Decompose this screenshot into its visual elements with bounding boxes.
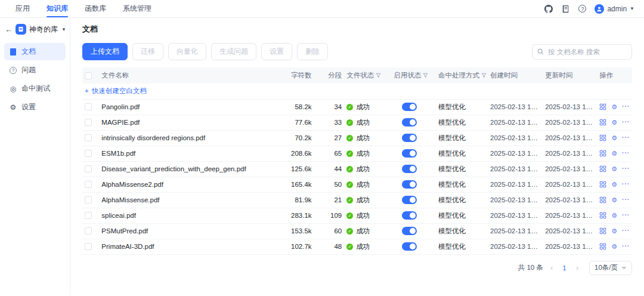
- user-menu[interactable]: admin ▼: [595, 4, 634, 14]
- more-actions-icon[interactable]: ···: [622, 135, 630, 141]
- row-settings-gear-icon[interactable]: ⚙: [611, 243, 617, 250]
- file-name[interactable]: PrimateAI-3D.pdf: [101, 243, 154, 250]
- sidebar-item-label: 设置: [21, 102, 36, 112]
- file-name[interactable]: intrinsically disordered regions.pdf: [101, 134, 205, 141]
- more-actions-icon[interactable]: ···: [622, 181, 630, 187]
- row-settings-gear-icon[interactable]: ⚙: [611, 197, 617, 204]
- enable-toggle[interactable]: [402, 165, 417, 173]
- segments-grid-icon[interactable]: [599, 103, 606, 110]
- sidebar-item-settings[interactable]: ⚙ 设置: [4, 98, 66, 116]
- filter-icon[interactable]: [423, 72, 428, 79]
- row-checkbox[interactable]: [85, 196, 92, 204]
- upload-document-button[interactable]: 上传文档: [82, 43, 128, 60]
- enable-toggle[interactable]: [402, 242, 417, 251]
- enable-toggle[interactable]: [402, 134, 417, 142]
- row-checkbox[interactable]: [85, 243, 92, 250]
- nav-apps[interactable]: 应用: [7, 0, 38, 17]
- sidebar-item-questions[interactable]: ? 问题: [4, 61, 66, 79]
- file-name[interactable]: ESM1b.pdf: [101, 150, 135, 157]
- more-actions-icon[interactable]: ···: [622, 166, 630, 172]
- library-dropdown-icon[interactable]: ▼: [61, 27, 66, 32]
- segments-grid-icon[interactable]: [599, 181, 606, 188]
- vectorize-button[interactable]: 向量化: [168, 43, 206, 60]
- more-actions-icon[interactable]: ···: [622, 119, 630, 125]
- created-time: 2025-02-13 17:23:58: [488, 239, 543, 254]
- nav-knowledge-base[interactable]: 知识库: [38, 0, 76, 17]
- current-page[interactable]: 1: [560, 264, 568, 272]
- enable-toggle[interactable]: [402, 118, 417, 127]
- settings-button[interactable]: 设置: [261, 43, 292, 60]
- next-page-button[interactable]: ›: [574, 263, 581, 272]
- file-name[interactable]: spliceai.pdf: [101, 212, 136, 219]
- quick-create-blank-document-link[interactable]: +快速创建空白文档: [85, 87, 147, 94]
- row-settings-gear-icon[interactable]: ⚙: [611, 119, 617, 126]
- more-actions-icon[interactable]: ···: [622, 150, 630, 156]
- segments-grid-icon[interactable]: [599, 150, 606, 157]
- prev-page-button[interactable]: ‹: [548, 263, 555, 272]
- migrate-button[interactable]: 迁移: [132, 43, 163, 60]
- more-actions-icon[interactable]: ···: [622, 104, 630, 110]
- back-arrow-icon[interactable]: ←: [5, 25, 13, 34]
- enable-toggle[interactable]: [402, 196, 417, 204]
- segments-grid-icon[interactable]: [599, 227, 606, 235]
- row-settings-gear-icon[interactable]: ⚙: [611, 228, 617, 235]
- sidebar-item-hit-test[interactable]: ◎ 命中测试: [4, 80, 66, 97]
- row-settings-gear-icon[interactable]: ⚙: [611, 181, 617, 188]
- segments-grid-icon[interactable]: [599, 134, 606, 141]
- generate-questions-button[interactable]: 生成问题: [211, 43, 256, 60]
- row-checkbox[interactable]: [85, 134, 92, 141]
- row-settings-gear-icon[interactable]: ⚙: [611, 150, 617, 157]
- row-checkbox[interactable]: [85, 150, 92, 157]
- segments-grid-icon[interactable]: [599, 243, 606, 250]
- nav-system-admin[interactable]: 系统管理: [114, 0, 160, 17]
- page-size-select[interactable]: 10条/页: [589, 261, 632, 275]
- segments-grid-icon[interactable]: [599, 196, 606, 204]
- success-check-icon: ✓: [346, 212, 353, 219]
- updated-time: 2025-02-13 17:23:58: [543, 177, 597, 192]
- more-actions-icon[interactable]: ···: [622, 212, 630, 218]
- select-all-checkbox[interactable]: [85, 72, 92, 79]
- documents-table: 文件名称 字符数 分段 文件状态 启用状态 命中处理方式 创建时间 更新时间 操…: [82, 67, 632, 255]
- delete-button[interactable]: 删除: [297, 43, 328, 60]
- row-checkbox[interactable]: [85, 227, 92, 235]
- row-settings-gear-icon[interactable]: ⚙: [611, 212, 617, 219]
- more-actions-icon[interactable]: ···: [622, 243, 630, 249]
- file-status: ✓ 成功: [346, 165, 389, 174]
- updated-time: 2025-02-13 17:23:58: [543, 223, 597, 239]
- more-actions-icon[interactable]: ···: [622, 197, 630, 203]
- github-icon[interactable]: [544, 4, 553, 13]
- nav-function-library[interactable]: 函数库: [76, 0, 114, 17]
- table-row: PSMutPred.pdf 153.5k 60 ✓ 成功 模型优化 2025-0…: [82, 223, 632, 239]
- file-name[interactable]: MAGPIE.pdf: [101, 119, 140, 126]
- file-name[interactable]: AlphaMissense.pdf: [101, 196, 159, 204]
- file-name[interactable]: Pangolin.pdf: [101, 103, 140, 110]
- file-status: ✓ 成功: [346, 196, 389, 205]
- row-checkbox[interactable]: [85, 212, 92, 219]
- filter-icon[interactable]: [376, 72, 381, 79]
- file-name[interactable]: AlphaMissense2.pdf: [101, 181, 163, 188]
- library-name[interactable]: 神奇的库: [29, 24, 58, 35]
- segments-grid-icon[interactable]: [599, 212, 606, 219]
- enable-toggle[interactable]: [402, 180, 417, 189]
- enable-toggle[interactable]: [402, 149, 417, 158]
- file-name[interactable]: Disease_variant_prediction_with_deep_gen…: [101, 165, 246, 172]
- segments-grid-icon[interactable]: [599, 165, 606, 172]
- row-settings-gear-icon[interactable]: ⚙: [611, 166, 617, 172]
- search-input[interactable]: [547, 48, 627, 56]
- row-checkbox[interactable]: [85, 181, 92, 188]
- docs-icon[interactable]: [561, 4, 570, 13]
- enable-toggle[interactable]: [402, 103, 417, 111]
- filter-icon[interactable]: [481, 72, 487, 79]
- help-icon[interactable]: ?: [578, 5, 586, 13]
- more-actions-icon[interactable]: ···: [622, 228, 630, 234]
- enable-toggle[interactable]: [402, 211, 417, 220]
- segments-grid-icon[interactable]: [599, 119, 606, 126]
- row-checkbox[interactable]: [85, 165, 92, 172]
- row-settings-gear-icon[interactable]: ⚙: [611, 104, 617, 110]
- file-name[interactable]: PSMutPred.pdf: [101, 227, 148, 235]
- sidebar-item-documents[interactable]: 文档: [4, 43, 66, 60]
- enable-toggle[interactable]: [402, 227, 417, 235]
- row-checkbox[interactable]: [85, 103, 92, 110]
- row-settings-gear-icon[interactable]: ⚙: [611, 135, 617, 141]
- row-checkbox[interactable]: [85, 119, 92, 126]
